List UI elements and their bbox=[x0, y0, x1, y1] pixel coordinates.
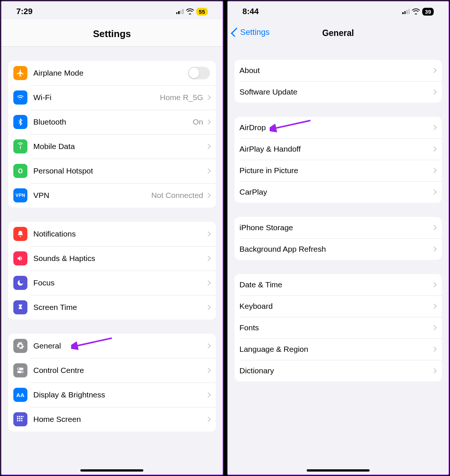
chevron-right-icon bbox=[431, 125, 437, 130]
chevron-right-icon bbox=[205, 417, 210, 422]
row-label: Software Update bbox=[240, 87, 433, 96]
settings-row-bluetooth[interactable]: BluetoothOn bbox=[8, 110, 216, 134]
svg-point-3 bbox=[18, 368, 19, 370]
chevron-right-icon bbox=[431, 368, 437, 373]
general-row-picture-in-picture[interactable]: Picture in Picture bbox=[234, 160, 442, 181]
row-label: Bluetooth bbox=[33, 118, 193, 126]
gear-icon bbox=[13, 339, 27, 353]
settings-list[interactable]: Airplane ModeWi-FiHome R_5GBluetoothOnMo… bbox=[1, 47, 223, 475]
general-row-carplay[interactable]: CarPlay bbox=[234, 181, 442, 203]
toggle-switch[interactable] bbox=[188, 67, 210, 79]
settings-row-display-brightness[interactable]: AADisplay & Brightness bbox=[8, 383, 216, 407]
page-title: Settings bbox=[93, 28, 131, 39]
settings-row-focus[interactable]: Focus bbox=[8, 271, 216, 295]
row-label: Notifications bbox=[33, 229, 206, 238]
switches-icon bbox=[13, 363, 27, 377]
settings-row-vpn[interactable]: VPNVPNNot Connected bbox=[8, 183, 216, 208]
svg-rect-7 bbox=[21, 416, 23, 417]
settings-row-home-screen[interactable]: Home Screen bbox=[8, 407, 216, 432]
row-label: Display & Brightness bbox=[33, 390, 206, 399]
chevron-right-icon bbox=[205, 305, 210, 310]
general-list[interactable]: AboutSoftware UpdateAirDropAirPlay & Han… bbox=[228, 45, 449, 475]
cellular-icon bbox=[176, 9, 184, 14]
settings-row-notifications[interactable]: Notifications bbox=[8, 222, 216, 246]
row-label: Fonts bbox=[240, 323, 433, 332]
svg-rect-9 bbox=[17, 418, 19, 419]
general-row-airdrop[interactable]: AirDrop bbox=[234, 117, 442, 138]
settings-row-airplane-mode[interactable]: Airplane Mode bbox=[8, 61, 216, 85]
settings-row-general[interactable]: General bbox=[8, 334, 216, 358]
svg-rect-11 bbox=[21, 418, 23, 419]
text-size-icon: AA bbox=[13, 388, 27, 402]
chevron-right-icon bbox=[431, 146, 437, 152]
row-label: iPhone Storage bbox=[240, 223, 433, 232]
general-row-fonts[interactable]: Fonts bbox=[234, 317, 442, 338]
settings-row-wi-fi[interactable]: Wi-FiHome R_5G bbox=[8, 85, 216, 110]
chevron-right-icon bbox=[205, 392, 210, 397]
row-label: CarPlay bbox=[240, 188, 433, 196]
chevron-right-icon bbox=[205, 343, 210, 348]
general-row-software-update[interactable]: Software Update bbox=[234, 81, 442, 103]
row-label: Picture in Picture bbox=[240, 166, 433, 175]
battery-badge: 39 bbox=[422, 8, 434, 16]
chevron-right-icon bbox=[431, 89, 437, 95]
settings-screen: 7:29 55 Settings Airplane ModeWi-FiHome … bbox=[1, 1, 223, 475]
row-label: Dictionary bbox=[240, 366, 433, 375]
general-row-background-app-refresh[interactable]: Background App Refresh bbox=[234, 238, 442, 260]
general-row-dictionary[interactable]: Dictionary bbox=[234, 360, 442, 381]
home-indicator[interactable] bbox=[307, 469, 370, 472]
chevron-right-icon bbox=[431, 225, 437, 230]
chevron-right-icon bbox=[205, 256, 210, 261]
chevron-right-icon bbox=[205, 231, 210, 237]
settings-row-sounds-haptics[interactable]: Sounds & Haptics bbox=[8, 246, 216, 271]
cellular-icon bbox=[402, 9, 410, 14]
status-time: 8:44 bbox=[243, 7, 259, 16]
chevron-right-icon bbox=[431, 347, 437, 352]
settings-row-control-centre[interactable]: Control Centre bbox=[8, 358, 216, 383]
svg-rect-10 bbox=[19, 418, 20, 419]
svg-point-4 bbox=[21, 371, 23, 373]
general-group: AboutSoftware Update bbox=[234, 60, 442, 103]
general-row-iphone-storage[interactable]: iPhone Storage bbox=[234, 217, 442, 238]
settings-row-personal-hotspot[interactable]: Personal Hotspot bbox=[8, 159, 216, 183]
row-label: Date & Time bbox=[240, 280, 433, 289]
row-label: Focus bbox=[33, 278, 206, 287]
chevron-right-icon bbox=[431, 282, 437, 287]
settings-row-mobile-data[interactable]: Mobile Data bbox=[8, 134, 216, 159]
svg-rect-6 bbox=[19, 416, 20, 417]
row-value: Home R_5G bbox=[160, 93, 203, 102]
bell-icon bbox=[13, 227, 27, 241]
back-label: Settings bbox=[240, 27, 270, 37]
page-title: General bbox=[322, 28, 354, 38]
chevron-right-icon bbox=[205, 95, 210, 100]
general-row-language-region[interactable]: Language & Region bbox=[234, 338, 442, 360]
chevron-right-icon bbox=[431, 168, 437, 173]
general-row-date-time[interactable]: Date & Time bbox=[234, 274, 442, 295]
chevron-right-icon bbox=[431, 247, 437, 252]
row-label: Wi-Fi bbox=[33, 93, 160, 102]
antenna-icon bbox=[13, 139, 27, 153]
chevron-right-icon bbox=[205, 119, 210, 125]
row-label: Personal Hotspot bbox=[33, 166, 206, 175]
row-label: Sounds & Haptics bbox=[33, 254, 206, 263]
grid-icon bbox=[13, 412, 27, 426]
wifi-status-icon bbox=[412, 9, 420, 14]
chevron-right-icon bbox=[205, 168, 210, 173]
status-bar: 7:29 55 bbox=[1, 1, 223, 19]
general-row-keyboard[interactable]: Keyboard bbox=[234, 295, 442, 317]
vpn-icon: VPN bbox=[13, 188, 27, 202]
chevron-right-icon bbox=[431, 189, 437, 195]
general-row-airplay-handoff[interactable]: AirPlay & Handoff bbox=[234, 138, 442, 160]
general-row-about[interactable]: About bbox=[234, 60, 442, 81]
row-label: AirPlay & Handoff bbox=[240, 145, 433, 153]
status-time: 7:29 bbox=[16, 7, 33, 16]
hotspot-icon bbox=[13, 164, 27, 178]
row-label: Airplane Mode bbox=[33, 69, 188, 77]
row-value: On bbox=[193, 118, 203, 126]
back-button[interactable]: Settings bbox=[233, 27, 270, 37]
home-indicator[interactable] bbox=[80, 469, 143, 472]
chevron-right-icon bbox=[205, 193, 210, 198]
settings-group: GeneralControl CentreAADisplay & Brightn… bbox=[8, 334, 216, 432]
row-label: General bbox=[33, 341, 206, 350]
settings-row-screen-time[interactable]: Screen Time bbox=[8, 295, 216, 320]
